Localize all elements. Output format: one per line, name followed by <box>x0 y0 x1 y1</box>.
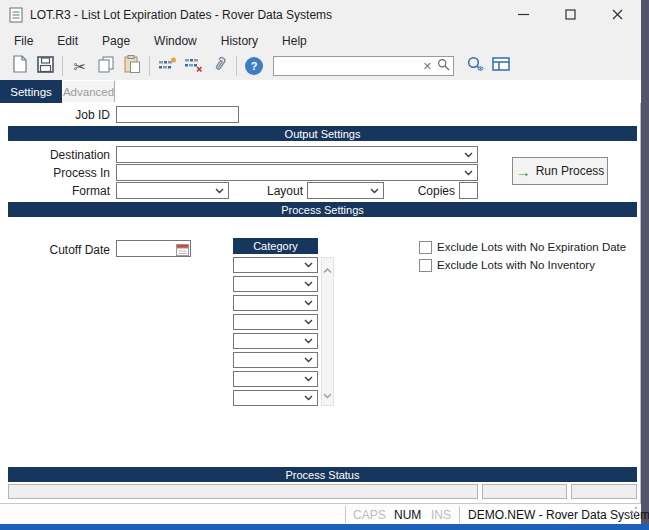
menu-item-edit[interactable]: Edit <box>45 31 90 51</box>
resize-grip-icon[interactable] <box>626 506 638 521</box>
category-select[interactable] <box>233 333 318 349</box>
exclude-no-expiration-checkbox[interactable] <box>419 241 432 254</box>
exclude-no-expiration-label: Exclude Lots with No Expiration Date <box>437 241 626 253</box>
run-arrow-icon: → <box>516 164 531 179</box>
window-controls <box>500 0 641 30</box>
lookup-eye-icon <box>466 56 485 77</box>
tab-advanced[interactable]: Advanced <box>63 81 115 102</box>
cut-button[interactable]: ✂ <box>67 54 93 78</box>
search-input[interactable] <box>274 58 414 74</box>
add-item-icon <box>158 57 177 76</box>
category-select[interactable] <box>233 276 318 292</box>
scroll-down-icon[interactable] <box>323 385 332 403</box>
status-bar: CAPS NUM INS DEMO.NEW - Rover Data Syste… <box>0 503 641 524</box>
new-document-icon <box>12 55 27 77</box>
copies-input[interactable] <box>459 182 478 199</box>
toolbar-separator <box>149 56 150 76</box>
exclude-no-inventory-label: Exclude Lots with No Inventory <box>437 259 595 271</box>
save-button[interactable] <box>32 54 58 78</box>
chevron-down-icon <box>304 338 313 344</box>
desktop-background-strip <box>641 0 649 530</box>
delete-item-icon <box>184 57 203 76</box>
status-message: DEMO.NEW - Rover Data Systems <box>468 508 649 522</box>
browse-table-button[interactable] <box>488 54 514 78</box>
process-status-band: Process Status <box>8 467 637 482</box>
menu-item-window[interactable]: Window <box>142 31 209 51</box>
chevron-down-icon <box>304 376 313 382</box>
status-separator <box>345 506 346 523</box>
tab-settings[interactable]: Settings <box>0 80 62 103</box>
help-button[interactable]: ? <box>241 54 267 78</box>
chevron-down-icon <box>304 357 313 363</box>
add-item-button[interactable] <box>154 54 180 78</box>
maximize-button[interactable] <box>547 0 594 30</box>
menu-item-page[interactable]: Page <box>90 31 142 51</box>
close-icon <box>612 6 623 24</box>
paste-icon <box>124 55 140 77</box>
copy-icon <box>98 56 114 77</box>
delete-item-button[interactable] <box>180 54 206 78</box>
category-select[interactable] <box>233 314 318 330</box>
process-status-progress-field <box>482 484 567 499</box>
exclude-no-inventory-checkbox[interactable] <box>419 259 432 272</box>
attachment-button[interactable] <box>206 54 232 78</box>
close-button[interactable] <box>594 0 641 30</box>
chevron-down-icon <box>464 152 473 158</box>
toolbar-separator <box>236 56 237 76</box>
process-status-count-field <box>571 484 637 499</box>
category-select[interactable] <box>233 257 318 273</box>
destination-label: Destination <box>0 148 110 162</box>
app-window: LOT.R3 - List Lot Expiration Dates - Rov… <box>0 0 641 524</box>
output-settings-band: Output Settings <box>8 126 637 141</box>
category-header: Category <box>233 238 318 254</box>
category-select[interactable] <box>233 295 318 311</box>
title-bar[interactable]: LOT.R3 - List Lot Expiration Dates - Rov… <box>0 0 641 30</box>
save-icon <box>37 56 54 77</box>
toolbar-search: ✕ <box>273 56 454 76</box>
paste-button[interactable] <box>119 54 145 78</box>
chevron-down-icon <box>304 395 313 401</box>
copy-button[interactable] <box>93 54 119 78</box>
chevron-down-icon <box>304 281 313 287</box>
paperclip-icon <box>211 55 228 77</box>
job-id-input[interactable] <box>116 106 239 123</box>
toolbar: ✂ ? ✕ <box>0 52 641 80</box>
num-indicator: NUM <box>394 508 421 522</box>
window-title: LOT.R3 - List Lot Expiration Dates - Rov… <box>30 8 332 22</box>
ins-indicator: INS <box>431 508 451 522</box>
scroll-up-icon[interactable] <box>323 260 332 278</box>
chevron-down-icon <box>464 170 473 176</box>
process-settings-band: Process Settings <box>8 202 637 217</box>
taskbar-strip <box>0 524 649 530</box>
menu-item-history[interactable]: History <box>209 31 270 51</box>
cutoff-date-field <box>116 240 191 257</box>
process-status-message-field <box>8 484 478 499</box>
minimize-icon <box>518 6 529 24</box>
menu-item-file[interactable]: File <box>2 31 45 51</box>
lookup-button[interactable] <box>462 54 488 78</box>
copies-label: Copies <box>345 184 455 198</box>
cut-icon: ✂ <box>74 59 87 74</box>
tab-row: Settings Advanced <box>0 80 641 103</box>
search-icon[interactable] <box>437 57 450 75</box>
search-box-icons: ✕ <box>423 57 450 75</box>
calendar-icon[interactable] <box>176 242 189 260</box>
run-process-button[interactable]: → Run Process <box>512 157 608 185</box>
process-in-label: Process In <box>0 166 110 180</box>
menu-bar: File Edit Page Window History Help <box>0 30 641 52</box>
category-select[interactable] <box>233 390 318 406</box>
category-select[interactable] <box>233 371 318 387</box>
layout-label: Layout <box>193 184 303 198</box>
new-document-button[interactable] <box>6 54 32 78</box>
process-in-select[interactable] <box>116 164 478 181</box>
category-list <box>233 257 318 406</box>
category-scrollbar[interactable] <box>321 257 334 406</box>
minimize-button[interactable] <box>500 0 547 30</box>
destination-select[interactable] <box>116 146 478 163</box>
chevron-down-icon <box>304 300 313 306</box>
menu-item-help[interactable]: Help <box>270 31 319 51</box>
clear-search-icon[interactable]: ✕ <box>423 61 432 72</box>
toolbar-separator <box>62 56 63 76</box>
category-select[interactable] <box>233 352 318 368</box>
job-id-label: Job ID <box>0 108 110 122</box>
